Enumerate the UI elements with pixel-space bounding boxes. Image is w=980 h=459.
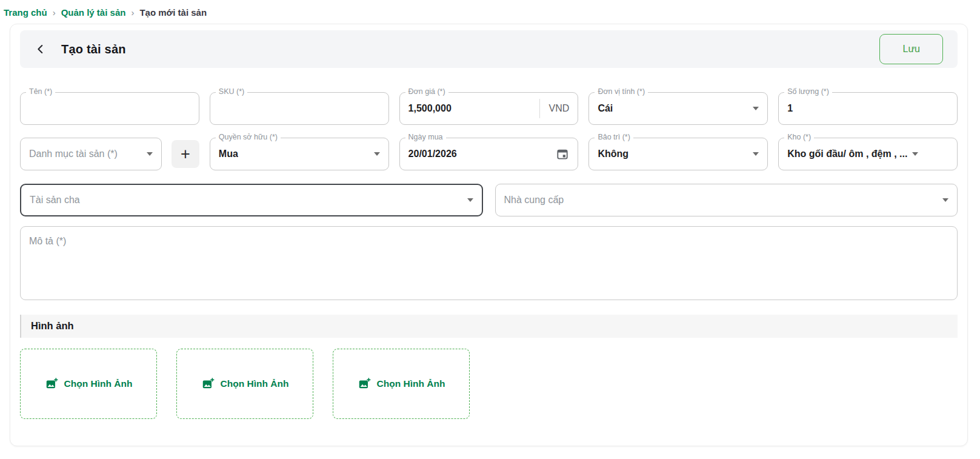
warehouse-value: Kho gối đầu/ ôm , đệm , ...	[787, 149, 907, 159]
breadcrumb: Trang chủ › Quản lý tài sản › Tạo mới tà…	[0, 0, 980, 24]
asset-name-field: Tên (*)	[20, 92, 199, 125]
unit-price-label: Đơn giá (*)	[405, 87, 448, 96]
parent-asset-select[interactable]: Tài sản cha	[20, 184, 483, 216]
add-photo-icon	[45, 377, 58, 390]
image-upload-row: Chọn Hình Ảnh Chọn Hình Ảnh Chọn Hìn	[20, 349, 958, 419]
add-photo-icon	[358, 377, 371, 390]
maintenance-select[interactable]: Bảo trì (*) Không	[588, 138, 768, 170]
form-row-1: Tên (*) SKU (*) Đơn giá (*) 1,500,000 VN…	[20, 92, 958, 125]
chevron-left-icon	[34, 42, 47, 56]
back-button[interactable]	[32, 41, 49, 58]
chevron-down-icon	[467, 198, 473, 202]
quantity-field: Số lượng (*)	[778, 92, 958, 125]
asset-category-select[interactable]: Danh mục tài sản (*)	[20, 138, 162, 170]
asset-name-input[interactable]	[29, 103, 190, 114]
breadcrumb-home-link[interactable]: Trang chủ	[4, 7, 47, 18]
description-textarea[interactable]	[20, 226, 958, 300]
currency-label: VND	[549, 103, 570, 114]
parent-asset-placeholder: Tài sản cha	[30, 195, 80, 206]
supplier-placeholder: Nhà cung cấp	[504, 195, 564, 206]
purchase-date-value: 20/01/2026	[408, 149, 457, 159]
breadcrumb-asset-management-link[interactable]: Quản lý tài sản	[61, 7, 126, 18]
breadcrumb-separator: ›	[53, 7, 56, 18]
sku-field: SKU (*)	[210, 92, 389, 125]
warehouse-select[interactable]: Kho (*) Kho gối đầu/ ôm , đệm , ...	[778, 138, 958, 170]
chevron-down-icon	[753, 107, 759, 110]
form-row-2: Danh mục tài sản (*) + Quyền sở hữu (*) …	[20, 138, 958, 170]
page-title: Tạo tài sản	[61, 42, 126, 56]
breadcrumb-separator: ›	[131, 7, 134, 18]
currency-suffix: VND	[539, 99, 570, 118]
unit-price-field: Đơn giá (*) 1,500,000 VND	[399, 92, 579, 125]
asset-name-label: Tên (*)	[26, 87, 55, 96]
unit-label: Đơn vị tính (*)	[595, 87, 648, 96]
ownership-select[interactable]: Quyền sở hữu (*) Mua	[210, 138, 389, 170]
quantity-input[interactable]	[787, 103, 948, 114]
chevron-down-icon	[374, 152, 380, 156]
calendar-icon[interactable]	[556, 147, 569, 161]
page-header: Tạo tài sản Lưu	[20, 30, 958, 68]
chevron-down-icon	[147, 152, 153, 156]
save-button[interactable]: Lưu	[879, 34, 943, 64]
choose-image-label: Chọn Hình Ảnh	[64, 378, 133, 389]
chevron-down-icon	[753, 152, 759, 156]
divider	[539, 99, 540, 118]
choose-image-button-2[interactable]: Chọn Hình Ảnh	[176, 349, 313, 419]
maintenance-label: Bảo trì (*)	[595, 133, 633, 141]
add-photo-icon	[201, 377, 215, 390]
asset-category-placeholder: Danh mục tài sản (*)	[29, 149, 118, 159]
choose-image-button-3[interactable]: Chọn Hình Ảnh	[333, 349, 470, 419]
sku-input[interactable]	[219, 103, 380, 114]
ownership-label: Quyền sở hữu (*)	[216, 133, 281, 141]
supplier-select[interactable]: Nhà cung cấp	[495, 184, 958, 216]
maintenance-value: Không	[598, 149, 628, 159]
unit-price-input[interactable]: 1,500,000	[408, 103, 452, 114]
quantity-label: Số lượng (*)	[784, 87, 832, 96]
breadcrumb-current-page: Tạo mới tài sản	[139, 7, 207, 18]
unit-select[interactable]: Đơn vị tính (*) Cái	[588, 92, 768, 125]
purchase-date-label: Ngày mua	[405, 133, 446, 141]
add-category-button[interactable]: +	[172, 140, 199, 168]
sku-label: SKU (*)	[216, 87, 247, 96]
choose-image-label: Chọn Hình Ảnh	[377, 378, 445, 389]
purchase-date-field[interactable]: Ngày mua 20/01/2026	[399, 138, 579, 170]
chevron-down-icon	[942, 198, 948, 202]
form-row-3: Tài sản cha Nhà cung cấp	[20, 184, 958, 216]
chevron-down-icon	[912, 152, 918, 156]
images-section-title: Hình ảnh	[20, 315, 958, 338]
warehouse-label: Kho (*)	[784, 133, 814, 141]
choose-image-button-1[interactable]: Chọn Hình Ảnh	[20, 349, 157, 419]
category-cell: Danh mục tài sản (*) +	[20, 138, 199, 170]
choose-image-label: Chọn Hình Ảnh	[221, 378, 289, 389]
unit-value: Cái	[598, 103, 613, 114]
description-wrap	[20, 226, 958, 303]
create-asset-card: Tạo tài sản Lưu Tên (*) SKU (*) Đơn giá …	[10, 24, 968, 446]
ownership-value: Mua	[219, 149, 238, 159]
